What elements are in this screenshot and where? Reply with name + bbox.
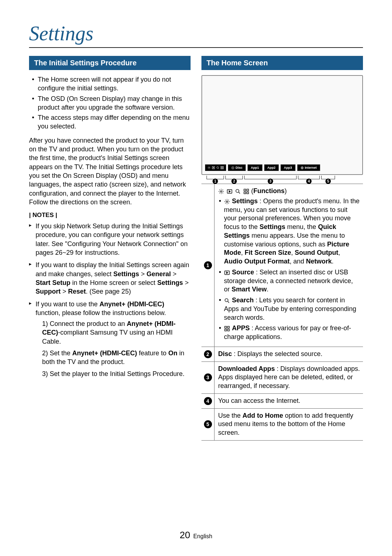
source-icon — [226, 188, 233, 195]
functions-icons-row — [218, 188, 249, 195]
page-title: Settings — [29, 22, 363, 48]
callout-4-icon: 4 — [204, 397, 212, 405]
legend-item-source: Source : Select an inserted disc or USB … — [224, 268, 360, 294]
search-icon — [235, 188, 241, 195]
gear-icon — [224, 199, 230, 205]
callout-1-icon: 1 — [204, 261, 212, 269]
note-item: If you want to display the Initial Setti… — [36, 261, 191, 296]
page-language: English — [193, 533, 212, 539]
page-number: 20 — [180, 530, 190, 540]
svg-rect-15 — [244, 192, 246, 194]
gear-icon — [218, 188, 224, 195]
taskbar-app2: App2 — [264, 164, 279, 171]
home-screen-diagram: Disc App1 App2 App3 Internet 1 2 3 4 5 — [201, 75, 363, 175]
source-icon — [224, 270, 230, 276]
sub-note: 2) Set the Anynet+ (HDMI-CEC) feature to… — [42, 349, 191, 367]
taskbar-internet: Internet — [297, 164, 320, 171]
svg-rect-21 — [228, 326, 229, 328]
svg-point-10 — [220, 191, 222, 192]
right-column: The Home Screen Disc App1 App2 — [201, 56, 363, 441]
svg-rect-20 — [225, 326, 226, 328]
taskbar-app3: App3 — [281, 164, 295, 171]
svg-point-12 — [236, 189, 239, 193]
svg-rect-5 — [221, 168, 222, 169]
search-icon — [224, 298, 230, 304]
legend-table: 1 (Functions) — [201, 184, 363, 441]
apps-icon — [224, 326, 230, 332]
page-footer: 20 English — [0, 530, 392, 541]
bullet: The OSD (On Screen Display) may change i… — [38, 94, 191, 112]
sub-note: 3) Set the player to the Initial Setting… — [42, 369, 191, 378]
svg-rect-3 — [221, 166, 222, 167]
svg-point-0 — [209, 167, 210, 168]
legend-row-1: 1 (Functions) — [201, 184, 363, 347]
legend-item-apps: APPS : Access various for pay or free-of… — [224, 324, 360, 342]
svg-point-17 — [226, 201, 228, 202]
svg-rect-4 — [222, 166, 224, 167]
notes-label: | NOTES | — [29, 212, 191, 219]
taskbar: Disc App1 App2 App3 Internet — [205, 163, 359, 172]
bullet: The access steps may differ depending on… — [38, 113, 191, 131]
svg-rect-16 — [247, 192, 249, 194]
taskbar-disc: Disc — [228, 164, 246, 171]
svg-rect-6 — [222, 168, 224, 169]
svg-rect-22 — [225, 329, 226, 331]
svg-point-2 — [217, 167, 219, 168]
legend-row-4: 4 You can access the Internet. — [201, 394, 363, 409]
sub-note: 1) Connect the product to an Anynet+ (HD… — [42, 319, 191, 346]
taskbar-app1: App1 — [248, 164, 262, 171]
section-header-initial: The Initial Settings Procedure — [29, 56, 191, 70]
svg-point-19 — [225, 299, 228, 302]
legend-item-search: Search : Lets you search for content in … — [224, 296, 360, 322]
legend-item-settings: Settings : Opens the product's menu. In … — [224, 197, 360, 266]
svg-rect-14 — [247, 189, 249, 191]
svg-rect-23 — [228, 329, 229, 331]
callout-5-icon: 5 — [204, 420, 212, 428]
bullet: The Home screen will not appear if you d… — [38, 75, 191, 93]
note-item: If you want to use the Anynet+ (HDMI-CEC… — [36, 300, 191, 378]
notes-list: If you skip Network Setup during the Ini… — [29, 222, 191, 378]
apps-icon — [243, 188, 249, 195]
callout-3-icon: 3 — [204, 373, 212, 381]
initial-paragraph: After you have connected the product to … — [29, 136, 191, 207]
legend-row-3: 3 Downloaded Apps : Displays downloaded … — [201, 362, 363, 394]
initial-bullets: The Home screen will not appear if you d… — [29, 75, 191, 131]
note-item: If you skip Network Setup during the Ini… — [36, 222, 191, 257]
section-header-home: The Home Screen — [201, 56, 363, 70]
svg-point-8 — [233, 167, 233, 168]
legend-row-2: 2 Disc : Displays the selected source. — [201, 347, 363, 362]
callout-2-icon: 2 — [204, 350, 212, 358]
legend-row-5: 5 Use the Add to Home option to add freq… — [201, 409, 363, 441]
svg-rect-13 — [244, 189, 246, 191]
left-column: The Initial Settings Procedure The Home … — [29, 56, 191, 441]
taskbar-function-icons — [205, 164, 226, 171]
